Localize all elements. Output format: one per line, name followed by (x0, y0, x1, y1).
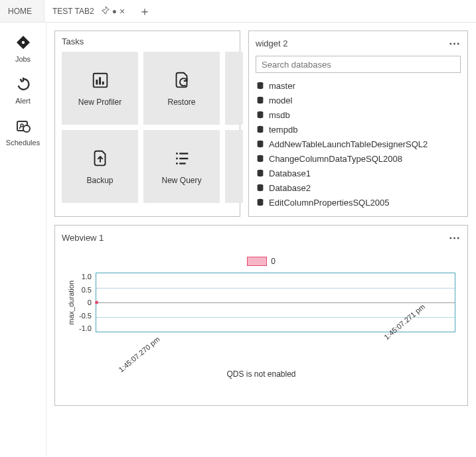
close-icon[interactable]: × (119, 6, 125, 17)
svg-point-10 (176, 157, 178, 159)
db-item-tempdb[interactable]: tempdb (256, 122, 461, 137)
ytick: 0 (79, 298, 92, 306)
database-icon (256, 125, 265, 134)
db-item-msdb[interactable]: msdb (256, 107, 461, 122)
database-icon (256, 198, 265, 207)
rail-item-jobs[interactable]: Jobs (0, 29, 46, 71)
y-ticks: 1.0 0.5 0 -0.5 -1.0 (79, 273, 92, 332)
ytick: -0.5 (79, 312, 92, 320)
y-axis-label: max_duration (67, 281, 75, 325)
webview-more-icon[interactable]: ⋯ (449, 231, 461, 245)
db-label: Database1 (269, 168, 311, 178)
tile-restore-label: Restore (167, 98, 195, 107)
widget2-panel: widget 2 ⋯ master model msdb tempdb AddN… (248, 31, 468, 217)
db-label: msdb (269, 110, 290, 120)
tab-home-label: HOME (8, 7, 32, 16)
rail-item-schedules[interactable]: Schedules (0, 113, 46, 155)
db-item-editcolumn[interactable]: EditColumnPropertiesSQL2005 (256, 195, 461, 210)
rail-schedules-label: Schedules (6, 139, 40, 147)
rail-item-alert[interactable]: Alert (0, 71, 46, 113)
tab-strip: HOME TEST TAB2 ● × ＋ (0, 0, 476, 23)
tile-new-query-label: New Query (161, 176, 201, 185)
svg-point-11 (176, 163, 178, 164)
schedules-icon (15, 118, 31, 136)
backup-icon (90, 149, 110, 176)
tile-restore[interactable]: Restore (143, 52, 220, 125)
tasks-title: Tasks (62, 36, 84, 46)
db-item-model[interactable]: model (256, 93, 461, 107)
tile-backup-label: Backup (86, 176, 113, 185)
database-icon (256, 81, 265, 90)
ytick: -1.0 (79, 324, 92, 332)
database-list: master model msdb tempdb AddNewTableLaun… (249, 78, 467, 216)
tile-backup[interactable]: Backup (62, 130, 138, 203)
x-ticks: 1:45:07.270 pm 1:45:07.271 pm (96, 335, 455, 343)
svg-point-4 (21, 124, 23, 127)
svg-rect-7 (99, 77, 101, 84)
database-icon (256, 96, 265, 105)
db-item-database2[interactable]: Database2 (256, 180, 461, 195)
svg-point-1 (21, 41, 24, 44)
chart: 0 max_duration 1.0 0.5 0 -0.5 -1.0 (55, 250, 467, 405)
db-label: master (269, 81, 295, 91)
legend-swatch (247, 257, 267, 266)
jobs-icon (15, 34, 31, 52)
tab-test2-label: TEST TAB2 (52, 7, 94, 16)
db-label: tempdb (269, 125, 297, 135)
rail-jobs-label: Jobs (15, 55, 31, 63)
alert-icon (15, 76, 31, 94)
webview-title: Webview 1 (62, 233, 104, 243)
tasks-panel: Tasks New Profiler Restore (54, 31, 240, 217)
db-item-addnewtable[interactable]: AddNewTableLaunchTableDesignerSQL2 (256, 137, 461, 151)
db-item-database1[interactable]: Database1 (256, 166, 461, 180)
restore-icon (172, 70, 192, 98)
dirty-icon: ● (112, 7, 117, 16)
tab-test2[interactable]: TEST TAB2 ● × (44, 0, 133, 22)
database-icon (256, 168, 265, 178)
new-tab-button[interactable]: ＋ (133, 0, 156, 22)
database-icon (256, 110, 265, 119)
tab-home[interactable]: HOME (0, 0, 44, 22)
pin-icon[interactable] (101, 6, 110, 17)
tile-new-profiler-label: New Profiler (78, 98, 121, 107)
rail-alert-label: Alert (15, 97, 31, 105)
svg-point-3 (23, 125, 30, 132)
left-rail: Jobs Alert Schedules (0, 23, 46, 457)
widget2-more-icon[interactable]: ⋯ (449, 36, 461, 50)
data-point (95, 301, 98, 304)
tile-sliver-2[interactable] (225, 130, 243, 203)
database-icon (256, 183, 265, 192)
database-icon (256, 154, 265, 163)
db-label: EditColumnPropertiesSQL2005 (269, 198, 389, 208)
webview-panel: Webview 1 ⋯ 0 max_duration 1.0 0.5 0 -0.… (54, 225, 468, 406)
db-label: Database2 (269, 183, 311, 193)
db-label: ChangeColumnDataTypeSQL2008 (269, 154, 402, 164)
svg-rect-8 (102, 81, 104, 84)
db-label: model (269, 96, 292, 105)
db-item-master[interactable]: master (256, 78, 461, 93)
database-icon (256, 139, 265, 149)
db-label: AddNewTableLaunchTableDesignerSQL2 (269, 139, 428, 149)
profiler-icon (90, 70, 110, 98)
svg-point-9 (176, 153, 178, 155)
ytick: 0.5 (79, 286, 92, 294)
chart-legend: 0 (67, 257, 455, 266)
svg-rect-6 (96, 80, 98, 85)
tile-sliver-1[interactable] (225, 52, 243, 125)
search-input[interactable] (256, 56, 461, 73)
db-item-changecolumn[interactable]: ChangeColumnDataTypeSQL2008 (256, 151, 461, 166)
content-area: Tasks New Profiler Restore (46, 23, 476, 457)
legend-label: 0 (271, 257, 276, 266)
tile-new-profiler[interactable]: New Profiler (62, 52, 138, 125)
widget2-title: widget 2 (256, 38, 287, 48)
tile-new-query[interactable]: New Query (143, 130, 220, 203)
query-icon (172, 149, 192, 176)
ytick: 1.0 (79, 273, 92, 281)
